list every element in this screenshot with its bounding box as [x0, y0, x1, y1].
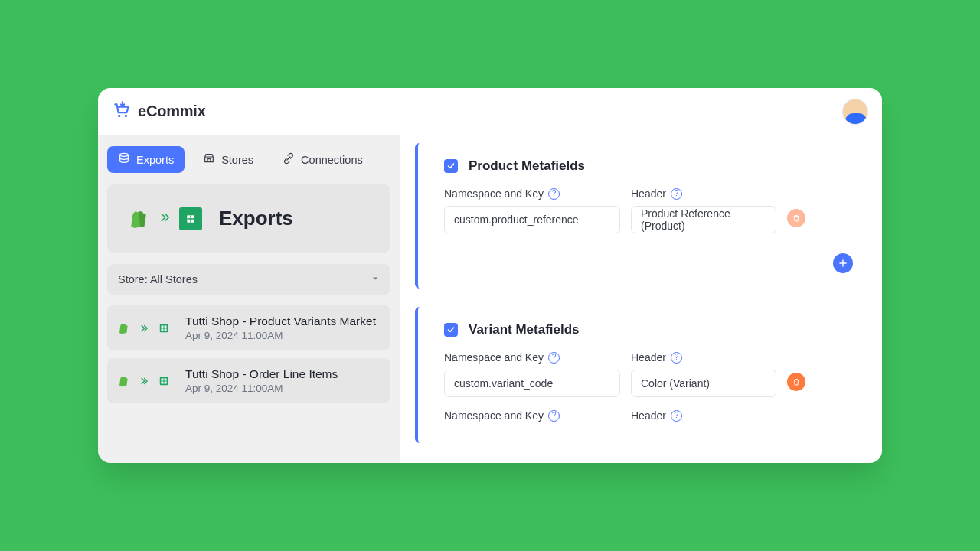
- section-hero: Exports: [107, 184, 390, 253]
- tab-exports[interactable]: Exports: [107, 146, 185, 173]
- header-input[interactable]: Product Reference (Product): [631, 206, 776, 233]
- store-filter[interactable]: Store: All Stores: [107, 264, 390, 295]
- svg-point-1: [125, 114, 127, 116]
- caret-down-icon: [371, 273, 380, 285]
- field-label: Header ?: [631, 187, 776, 200]
- shopify-icon: [118, 322, 130, 334]
- tab-label: Stores: [221, 154, 253, 166]
- help-icon[interactable]: ?: [548, 188, 560, 200]
- chevrons-right-icon: [138, 322, 150, 334]
- export-title: Tutti Shop - Product Variants Market: [185, 315, 376, 328]
- topbar: eCommix: [98, 88, 882, 135]
- card-title: Variant Metafields: [469, 322, 580, 337]
- export-date: Apr 9, 2024 11:00AM: [185, 383, 338, 394]
- body: Exports Stores Connections: [98, 135, 882, 463]
- delete-row-button[interactable]: [787, 209, 805, 227]
- help-icon[interactable]: ?: [671, 188, 682, 200]
- plug-icon: [283, 152, 295, 167]
- product-metafields-card: Product Metafields Namespace and Key ? c…: [415, 143, 871, 289]
- cart-download-icon: [112, 100, 132, 123]
- namespace-input[interactable]: custom.variant_code: [444, 370, 620, 397]
- sheets-icon: [158, 375, 170, 387]
- chevrons-right-icon: [158, 210, 172, 227]
- field-row: Namespace and Key ? Header ?: [444, 409, 854, 428]
- shopify-icon: [118, 375, 130, 387]
- variant-metafields-card: Variant Metafields Namespace and Key ? c…: [415, 307, 871, 443]
- tab-label: Exports: [136, 154, 174, 166]
- field-label: Namespace and Key ?: [444, 409, 620, 422]
- add-row-button[interactable]: [833, 253, 853, 273]
- svg-point-2: [120, 153, 129, 156]
- help-icon[interactable]: ?: [548, 410, 560, 422]
- delete-row-button[interactable]: [787, 373, 805, 391]
- export-list: Tutti Shop - Product Variants Market Apr…: [107, 305, 390, 403]
- sidebar: Exports Stores Connections: [98, 135, 400, 463]
- svg-point-0: [118, 114, 120, 116]
- brand: eCommix: [112, 100, 206, 123]
- sheets-icon: [179, 207, 202, 230]
- help-icon[interactable]: ?: [548, 352, 560, 364]
- trash-icon: [792, 214, 801, 223]
- filter-label: Store: All Stores: [118, 273, 198, 285]
- field-row: Namespace and Key ? custom.variant_code …: [444, 351, 854, 397]
- list-item[interactable]: Tutti Shop - Product Variants Market Apr…: [107, 305, 390, 350]
- check-icon: [446, 161, 456, 171]
- trash-icon: [792, 377, 801, 386]
- brand-name: eCommix: [138, 103, 206, 120]
- avatar[interactable]: [842, 99, 868, 125]
- field-label: Header ?: [631, 351, 776, 364]
- database-icon: [118, 152, 130, 167]
- field-label: Namespace and Key ?: [444, 187, 620, 200]
- tab-stores[interactable]: Stores: [192, 146, 264, 173]
- help-icon[interactable]: ?: [671, 352, 682, 364]
- check-icon: [446, 325, 456, 334]
- tab-connections[interactable]: Connections: [272, 146, 374, 173]
- chevrons-right-icon: [138, 375, 150, 387]
- export-title: Tutti Shop - Order Line Items: [185, 367, 338, 381]
- hero-title: Exports: [219, 207, 293, 230]
- checkbox-variant-metafields[interactable]: [444, 323, 458, 337]
- field-row: Namespace and Key ? custom.product_refer…: [444, 187, 854, 233]
- help-icon[interactable]: ?: [671, 410, 682, 422]
- nav-tabs: Exports Stores Connections: [107, 146, 390, 173]
- field-label: Header ?: [631, 409, 776, 422]
- plus-icon: [838, 258, 848, 269]
- field-label: Namespace and Key ?: [444, 351, 620, 364]
- card-title: Product Metafields: [469, 158, 585, 174]
- tab-label: Connections: [301, 154, 363, 166]
- list-item[interactable]: Tutti Shop - Order Line Items Apr 9, 202…: [107, 358, 390, 403]
- shopify-icon: [127, 207, 150, 230]
- header-input[interactable]: Color (Variant): [631, 370, 776, 397]
- hero-icons: [127, 207, 202, 230]
- checkbox-product-metafields[interactable]: [444, 159, 458, 173]
- export-date: Apr 9, 2024 11:00AM: [185, 330, 376, 341]
- namespace-input[interactable]: custom.product_reference: [444, 206, 620, 233]
- app-window: eCommix Exports Stores: [98, 88, 882, 463]
- store-icon: [203, 152, 215, 167]
- sheets-icon: [158, 322, 170, 334]
- main-panel: Product Metafields Namespace and Key ? c…: [400, 135, 882, 463]
